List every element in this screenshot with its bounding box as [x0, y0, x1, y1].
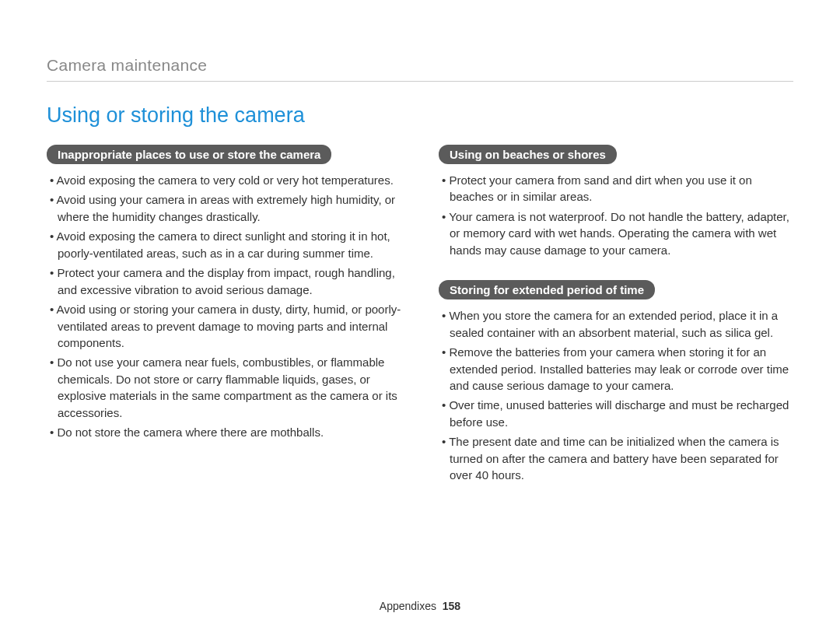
subhead-beaches: Using on beaches or shores: [439, 145, 617, 164]
page-title: Using or storing the camera: [47, 103, 793, 128]
page-footer: Appendixes 158: [0, 600, 840, 612]
list-item: Avoid using your camera in areas with ex…: [47, 191, 401, 225]
subhead-inappropriate: Inappropriate places to use or store the…: [47, 145, 331, 164]
right-column: Using on beaches or shores Protect your …: [439, 145, 793, 501]
left-column: Inappropriate places to use or store the…: [47, 145, 401, 501]
page-number: 158: [443, 600, 460, 612]
content-columns: Inappropriate places to use or store the…: [47, 145, 793, 501]
list-item: Avoid using or storing your camera in du…: [47, 301, 401, 351]
list-item: The present date and time can be initial…: [439, 433, 793, 483]
list-item: Protect your camera and the display from…: [47, 264, 401, 298]
list-item: Do not store the camera where there are …: [47, 424, 401, 440]
list-item: Avoid exposing the camera to very cold o…: [47, 172, 401, 188]
list-item: Over time, unused batteries will dischar…: [439, 397, 793, 430]
list-item: Do not use your camera near fuels, combu…: [47, 354, 401, 421]
section-header: Camera maintenance: [47, 56, 793, 82]
list-beaches: Protect your camera from sand and dirt w…: [439, 172, 793, 258]
subhead-storing: Storing for extended period of time: [439, 280, 655, 299]
list-item: Remove the batteries from your camera wh…: [439, 344, 793, 394]
list-storing: When you store the camera for an extende…: [439, 307, 793, 483]
list-inappropriate: Avoid exposing the camera to very cold o…: [47, 172, 401, 441]
list-item: Your camera is not waterproof. Do not ha…: [439, 208, 793, 258]
list-item: Avoid exposing the camera to direct sunl…: [47, 228, 401, 261]
footer-label: Appendixes: [380, 600, 436, 612]
list-item: When you store the camera for an extende…: [439, 307, 793, 341]
list-item: Protect your camera from sand and dirt w…: [439, 172, 793, 205]
